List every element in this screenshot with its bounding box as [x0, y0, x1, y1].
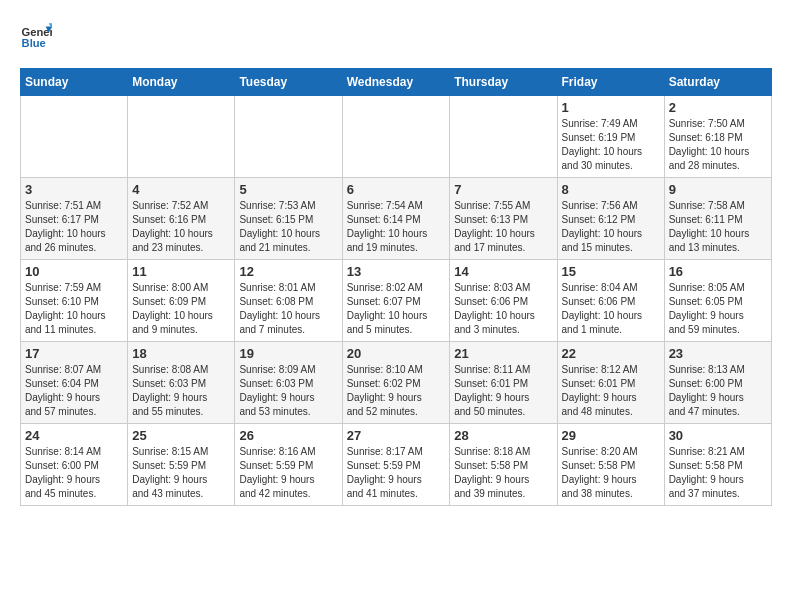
weekday-header-friday: Friday — [557, 69, 664, 96]
calendar-cell: 22Sunrise: 8:12 AMSunset: 6:01 PMDayligh… — [557, 342, 664, 424]
day-number: 6 — [347, 182, 446, 197]
calendar-cell: 29Sunrise: 8:20 AMSunset: 5:58 PMDayligh… — [557, 424, 664, 506]
day-number: 16 — [669, 264, 767, 279]
calendar-cell: 26Sunrise: 8:16 AMSunset: 5:59 PMDayligh… — [235, 424, 342, 506]
calendar-cell: 1Sunrise: 7:49 AMSunset: 6:19 PMDaylight… — [557, 96, 664, 178]
calendar-cell: 27Sunrise: 8:17 AMSunset: 5:59 PMDayligh… — [342, 424, 450, 506]
day-number: 26 — [239, 428, 337, 443]
day-info: Sunrise: 8:00 AMSunset: 6:09 PMDaylight:… — [132, 281, 230, 337]
day-number: 22 — [562, 346, 660, 361]
calendar-cell: 9Sunrise: 7:58 AMSunset: 6:11 PMDaylight… — [664, 178, 771, 260]
calendar-cell: 18Sunrise: 8:08 AMSunset: 6:03 PMDayligh… — [128, 342, 235, 424]
day-info: Sunrise: 7:50 AMSunset: 6:18 PMDaylight:… — [669, 117, 767, 173]
logo: General Blue — [20, 20, 56, 52]
day-info: Sunrise: 8:21 AMSunset: 5:58 PMDaylight:… — [669, 445, 767, 501]
day-info: Sunrise: 7:53 AMSunset: 6:15 PMDaylight:… — [239, 199, 337, 255]
day-info: Sunrise: 8:10 AMSunset: 6:02 PMDaylight:… — [347, 363, 446, 419]
calendar-cell — [342, 96, 450, 178]
day-number: 24 — [25, 428, 123, 443]
calendar-cell — [450, 96, 557, 178]
calendar-cell: 13Sunrise: 8:02 AMSunset: 6:07 PMDayligh… — [342, 260, 450, 342]
calendar-cell — [128, 96, 235, 178]
day-info: Sunrise: 8:18 AMSunset: 5:58 PMDaylight:… — [454, 445, 552, 501]
logo-icon: General Blue — [20, 20, 52, 52]
day-number: 27 — [347, 428, 446, 443]
day-number: 8 — [562, 182, 660, 197]
day-info: Sunrise: 7:58 AMSunset: 6:11 PMDaylight:… — [669, 199, 767, 255]
day-number: 12 — [239, 264, 337, 279]
day-info: Sunrise: 8:04 AMSunset: 6:06 PMDaylight:… — [562, 281, 660, 337]
weekday-header-row: SundayMondayTuesdayWednesdayThursdayFrid… — [21, 69, 772, 96]
weekday-header-saturday: Saturday — [664, 69, 771, 96]
day-number: 20 — [347, 346, 446, 361]
calendar-cell: 11Sunrise: 8:00 AMSunset: 6:09 PMDayligh… — [128, 260, 235, 342]
day-info: Sunrise: 8:12 AMSunset: 6:01 PMDaylight:… — [562, 363, 660, 419]
calendar-week-4: 17Sunrise: 8:07 AMSunset: 6:04 PMDayligh… — [21, 342, 772, 424]
day-info: Sunrise: 8:11 AMSunset: 6:01 PMDaylight:… — [454, 363, 552, 419]
day-number: 7 — [454, 182, 552, 197]
day-info: Sunrise: 8:09 AMSunset: 6:03 PMDaylight:… — [239, 363, 337, 419]
calendar-cell: 25Sunrise: 8:15 AMSunset: 5:59 PMDayligh… — [128, 424, 235, 506]
calendar-week-2: 3Sunrise: 7:51 AMSunset: 6:17 PMDaylight… — [21, 178, 772, 260]
calendar-cell: 2Sunrise: 7:50 AMSunset: 6:18 PMDaylight… — [664, 96, 771, 178]
day-info: Sunrise: 8:20 AMSunset: 5:58 PMDaylight:… — [562, 445, 660, 501]
calendar-cell: 5Sunrise: 7:53 AMSunset: 6:15 PMDaylight… — [235, 178, 342, 260]
calendar-cell: 14Sunrise: 8:03 AMSunset: 6:06 PMDayligh… — [450, 260, 557, 342]
day-number: 3 — [25, 182, 123, 197]
calendar-cell: 8Sunrise: 7:56 AMSunset: 6:12 PMDaylight… — [557, 178, 664, 260]
day-number: 19 — [239, 346, 337, 361]
calendar-cell: 20Sunrise: 8:10 AMSunset: 6:02 PMDayligh… — [342, 342, 450, 424]
day-info: Sunrise: 7:56 AMSunset: 6:12 PMDaylight:… — [562, 199, 660, 255]
calendar-cell: 16Sunrise: 8:05 AMSunset: 6:05 PMDayligh… — [664, 260, 771, 342]
calendar-cell: 3Sunrise: 7:51 AMSunset: 6:17 PMDaylight… — [21, 178, 128, 260]
day-info: Sunrise: 8:02 AMSunset: 6:07 PMDaylight:… — [347, 281, 446, 337]
day-info: Sunrise: 7:52 AMSunset: 6:16 PMDaylight:… — [132, 199, 230, 255]
weekday-header-monday: Monday — [128, 69, 235, 96]
calendar-cell: 12Sunrise: 8:01 AMSunset: 6:08 PMDayligh… — [235, 260, 342, 342]
day-number: 23 — [669, 346, 767, 361]
day-info: Sunrise: 8:15 AMSunset: 5:59 PMDaylight:… — [132, 445, 230, 501]
day-number: 28 — [454, 428, 552, 443]
calendar-cell: 19Sunrise: 8:09 AMSunset: 6:03 PMDayligh… — [235, 342, 342, 424]
calendar-cell: 28Sunrise: 8:18 AMSunset: 5:58 PMDayligh… — [450, 424, 557, 506]
weekday-header-thursday: Thursday — [450, 69, 557, 96]
day-number: 4 — [132, 182, 230, 197]
day-number: 5 — [239, 182, 337, 197]
day-info: Sunrise: 7:49 AMSunset: 6:19 PMDaylight:… — [562, 117, 660, 173]
calendar-cell — [21, 96, 128, 178]
day-number: 17 — [25, 346, 123, 361]
calendar-cell: 6Sunrise: 7:54 AMSunset: 6:14 PMDaylight… — [342, 178, 450, 260]
day-info: Sunrise: 8:08 AMSunset: 6:03 PMDaylight:… — [132, 363, 230, 419]
calendar-cell: 21Sunrise: 8:11 AMSunset: 6:01 PMDayligh… — [450, 342, 557, 424]
calendar-cell: 4Sunrise: 7:52 AMSunset: 6:16 PMDaylight… — [128, 178, 235, 260]
day-info: Sunrise: 8:16 AMSunset: 5:59 PMDaylight:… — [239, 445, 337, 501]
day-number: 15 — [562, 264, 660, 279]
day-info: Sunrise: 8:17 AMSunset: 5:59 PMDaylight:… — [347, 445, 446, 501]
calendar-cell: 23Sunrise: 8:13 AMSunset: 6:00 PMDayligh… — [664, 342, 771, 424]
svg-text:Blue: Blue — [22, 37, 46, 49]
calendar-week-5: 24Sunrise: 8:14 AMSunset: 6:00 PMDayligh… — [21, 424, 772, 506]
day-info: Sunrise: 7:54 AMSunset: 6:14 PMDaylight:… — [347, 199, 446, 255]
weekday-header-sunday: Sunday — [21, 69, 128, 96]
day-info: Sunrise: 8:03 AMSunset: 6:06 PMDaylight:… — [454, 281, 552, 337]
day-info: Sunrise: 7:51 AMSunset: 6:17 PMDaylight:… — [25, 199, 123, 255]
calendar-cell — [235, 96, 342, 178]
day-number: 30 — [669, 428, 767, 443]
day-number: 18 — [132, 346, 230, 361]
day-number: 1 — [562, 100, 660, 115]
day-number: 29 — [562, 428, 660, 443]
calendar-table: SundayMondayTuesdayWednesdayThursdayFrid… — [20, 68, 772, 506]
weekday-header-wednesday: Wednesday — [342, 69, 450, 96]
calendar-cell: 10Sunrise: 7:59 AMSunset: 6:10 PMDayligh… — [21, 260, 128, 342]
calendar-week-3: 10Sunrise: 7:59 AMSunset: 6:10 PMDayligh… — [21, 260, 772, 342]
day-number: 11 — [132, 264, 230, 279]
calendar-cell: 24Sunrise: 8:14 AMSunset: 6:00 PMDayligh… — [21, 424, 128, 506]
page-header: General Blue — [20, 20, 772, 52]
weekday-header-tuesday: Tuesday — [235, 69, 342, 96]
day-number: 21 — [454, 346, 552, 361]
day-number: 13 — [347, 264, 446, 279]
day-info: Sunrise: 7:59 AMSunset: 6:10 PMDaylight:… — [25, 281, 123, 337]
day-info: Sunrise: 7:55 AMSunset: 6:13 PMDaylight:… — [454, 199, 552, 255]
day-info: Sunrise: 8:14 AMSunset: 6:00 PMDaylight:… — [25, 445, 123, 501]
day-info: Sunrise: 8:01 AMSunset: 6:08 PMDaylight:… — [239, 281, 337, 337]
